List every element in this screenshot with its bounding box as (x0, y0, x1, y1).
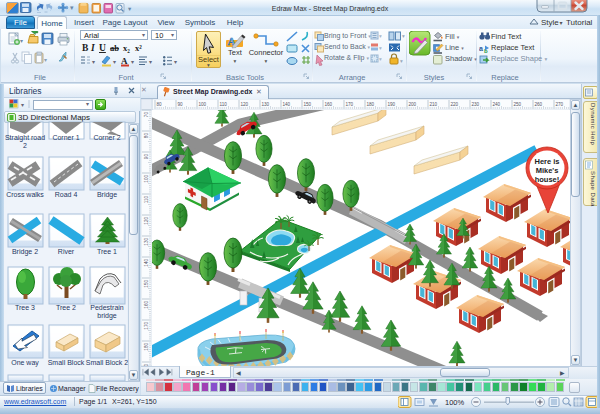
svg-text:Cross walks: Cross walks (6, 191, 44, 198)
svg-text:One way: One way (11, 359, 39, 367)
svg-text:Tree 2: Tree 2 (56, 304, 76, 311)
svg-text:x₂: x₂ (123, 43, 130, 53)
svg-text:Bridge: Bridge (97, 191, 117, 199)
svg-text:270: 270 (556, 102, 564, 107)
svg-text:100: 100 (144, 175, 149, 183)
svg-text:150: 150 (304, 102, 312, 107)
svg-text:230: 230 (472, 102, 480, 107)
svg-text:Mike's: Mike's (536, 166, 559, 175)
svg-text:140: 140 (144, 259, 149, 267)
svg-text:180: 180 (367, 102, 375, 107)
svg-text:b: b (484, 48, 488, 54)
svg-text:140: 140 (283, 102, 291, 107)
svg-text:Corner 1: Corner 1 (52, 134, 79, 141)
svg-text:▾: ▾ (44, 57, 47, 63)
svg-text:120: 120 (241, 102, 249, 107)
svg-text:Pedestrain: Pedestrain (90, 304, 124, 311)
svg-text:Straight road: Straight road (5, 134, 45, 142)
svg-text:Here is: Here is (534, 157, 559, 166)
svg-text:x²: x² (135, 43, 142, 53)
svg-text:▾: ▾ (92, 59, 95, 65)
svg-text:180: 180 (144, 343, 149, 351)
svg-text:Small Block 2: Small Block 2 (86, 359, 129, 366)
svg-text:250: 250 (514, 102, 522, 107)
svg-text:170: 170 (144, 322, 149, 330)
svg-text:130: 130 (144, 238, 149, 246)
svg-text:Small Block: Small Block (48, 359, 85, 366)
svg-text:▾: ▾ (379, 33, 382, 39)
svg-text:2: 2 (23, 142, 27, 149)
svg-text:190: 190 (388, 102, 396, 107)
svg-text:220: 220 (451, 102, 459, 107)
svg-text:▾: ▾ (20, 38, 23, 44)
svg-text:▾: ▾ (379, 56, 382, 62)
svg-text:100%: 100% (445, 398, 465, 407)
svg-text:I: I (90, 43, 95, 53)
svg-text:ab: ab (110, 43, 119, 53)
svg-text:200: 200 (409, 102, 417, 107)
svg-text:B: B (82, 43, 89, 53)
svg-text:160: 160 (325, 102, 333, 107)
svg-text:Road 4: Road 4 (55, 191, 78, 198)
svg-text:100: 100 (199, 102, 207, 107)
svg-text:70: 70 (144, 112, 149, 118)
svg-text:210: 210 (430, 102, 438, 107)
svg-text:80: 80 (144, 133, 149, 139)
svg-text:a: a (479, 45, 483, 52)
svg-text:▾: ▾ (128, 5, 132, 12)
svg-text:▾: ▾ (149, 59, 152, 65)
svg-text:110: 110 (144, 196, 149, 204)
svg-text:▾: ▾ (113, 59, 116, 65)
svg-text:160: 160 (144, 301, 149, 309)
svg-text:Corner 2: Corner 2 (93, 134, 120, 141)
svg-text:130: 130 (262, 102, 270, 107)
svg-text:▾: ▾ (131, 59, 134, 65)
svg-text:bridge: bridge (97, 312, 117, 320)
svg-text:River: River (58, 248, 75, 255)
svg-text:90: 90 (178, 102, 184, 107)
svg-text:170: 170 (346, 102, 354, 107)
svg-text:▾: ▾ (70, 4, 74, 11)
svg-text:110: 110 (220, 102, 228, 107)
svg-text:U: U (99, 43, 106, 53)
svg-text:▾: ▾ (207, 62, 210, 68)
svg-text:Tree 1: Tree 1 (97, 248, 117, 255)
svg-text:Text: Text (228, 48, 243, 57)
svg-text:80: 80 (157, 102, 163, 107)
svg-text:120: 120 (144, 217, 149, 225)
svg-text:90: 90 (144, 154, 149, 160)
svg-text:▾: ▾ (402, 33, 405, 39)
svg-text:Connector: Connector (249, 48, 284, 57)
svg-text:house!: house! (535, 175, 560, 184)
svg-text:150: 150 (144, 280, 149, 288)
svg-text:Bridge 2: Bridge 2 (12, 248, 38, 256)
svg-text:260: 260 (535, 102, 543, 107)
svg-text:▾: ▾ (379, 45, 382, 51)
svg-text:▾: ▾ (265, 58, 268, 64)
svg-text:Tree 3: Tree 3 (15, 304, 35, 311)
svg-text:240: 240 (493, 102, 501, 107)
svg-text:▾: ▾ (234, 58, 237, 64)
svg-text:▾: ▾ (400, 58, 403, 64)
svg-text:▾: ▾ (174, 59, 177, 65)
